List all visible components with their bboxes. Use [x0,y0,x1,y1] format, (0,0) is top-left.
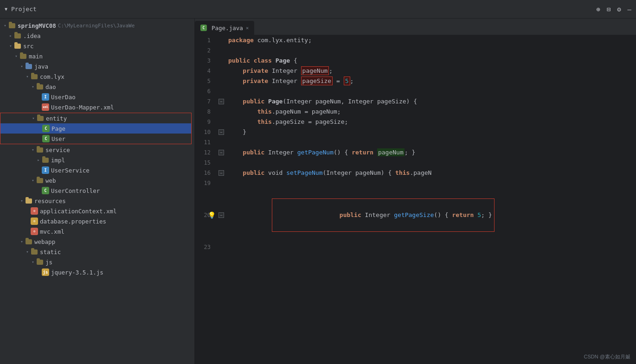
sidebar-label: Page [51,125,65,132]
layout-icon[interactable]: ⊟ [607,6,610,13]
file-badge-icon: ⚙ [31,207,38,215]
sidebar-item-userservice[interactable]: I UserService [0,165,194,175]
code-area: 1 package com.lyx.entity; 2 3 public cla… [195,35,636,252]
sidebar-item-js[interactable]: js [0,257,194,267]
fold-button[interactable]: − [218,212,224,218]
line-number: 15 [195,158,216,168]
sidebar-item-webapp[interactable]: webapp [0,236,194,247]
tab-bar: C Page.java × [195,19,636,35]
sidebar-item-entity[interactable]: entity [0,113,191,123]
sidebar-label: resources [34,198,66,204]
settings-icon[interactable]: ⚙ [617,6,621,13]
arrow-icon [19,238,25,245]
line-content: public Integer getPageNum() { return pag… [226,147,636,158]
file-badge-icon: js [42,268,49,276]
arrow-icon [13,53,19,59]
folder-icon [19,52,27,60]
main-area: springMVC08 C:\MyLearningFiles\JavaWe .i… [0,19,636,364]
tab-close-icon[interactable]: × [246,25,249,31]
line-content: public class Page { [226,56,636,66]
arrow-icon [7,32,14,39]
code-line-6: 6 [195,86,636,96]
arrow-icon [35,157,42,163]
folder-icon [36,258,44,266]
editor-content[interactable]: 1 package com.lyx.entity; 2 3 public cla… [195,35,636,364]
sidebar-item-resources[interactable]: resources [0,196,194,206]
code-line-2: 2 [195,45,636,56]
code-line-9: 9 this.pageSize = pageSize; [195,117,636,127]
sidebar-item-service[interactable]: service [0,145,194,155]
code-line-19: 19 [195,178,636,188]
sidebar-item-idea[interactable]: .idea [0,31,194,41]
project-icon [8,22,16,29]
minimize-icon[interactable]: — [628,6,631,13]
file-badge-icon: C [42,135,50,142]
sidebar-item-springmvc08[interactable]: springMVC08 C:\MyLearningFiles\JavaWe [0,20,194,31]
sidebar-item-static[interactable]: static [0,247,194,257]
sidebar-item-impl[interactable]: impl [0,155,194,165]
line-gutter: − [216,99,226,104]
title-bar-icons: ⊕ ⊟ ⚙ — [596,6,631,13]
bulb-icon[interactable]: 💡 [208,210,216,220]
tab-page-java[interactable]: C Page.java × [195,21,254,35]
line-number: 9 [195,117,216,127]
line-gutter: − [216,150,226,155]
file-badge-icon: I [42,166,49,174]
file-badge-icon: C [42,187,49,194]
sidebar-label: applicationContext.xml [40,208,117,215]
tab-label: Page.java [212,25,243,32]
folder-icon [42,156,49,164]
arrow-icon [19,63,25,70]
sidebar-item-user[interactable]: C User [0,134,191,144]
sidebar-item-page[interactable]: C Page [0,123,191,134]
sidebar-item-java[interactable]: java [0,61,194,71]
title-bar: ▼ Project ⊕ ⊟ ⚙ — [0,0,636,19]
line-content: package com.lyx.entity; [226,35,636,45]
sidebar-item-main[interactable]: main [0,51,194,61]
sidebar-label: com.lyx [40,73,64,80]
folder-icon [14,32,21,39]
sidebar-label: static [40,249,61,255]
file-badge-icon: xml [42,103,49,111]
arrow-icon [24,73,31,80]
sidebar-item-appcontext[interactable]: ⚙ applicationContext.xml [0,206,194,216]
fold-button[interactable]: − [218,170,224,176]
file-badge-icon: ⚙ [31,228,38,235]
code-line-15: 15 [195,158,636,168]
add-icon[interactable]: ⊕ [596,6,600,13]
red-box-section: entity C Page C User [0,113,192,144]
sidebar-item-src[interactable]: src [0,41,194,51]
sidebar-item-dao[interactable]: dao [0,82,194,92]
sidebar-item-userdao-mapper[interactable]: xml UserDao-Mapper.xml [0,102,194,112]
sidebar-label: dao [45,83,56,90]
sidebar-label: impl [51,157,65,164]
sidebar-item-usercontroller[interactable]: C UserController [0,185,194,196]
fold-button[interactable]: − [218,99,224,104]
sidebar-label: springMVC08 [18,22,56,29]
sidebar-item-comlyx[interactable]: com.lyx [0,71,194,82]
sidebar-label: .idea [23,32,41,39]
arrow-icon [2,22,8,29]
sidebar-item-mvc[interactable]: ⚙ mvc.xml [0,226,194,236]
sidebar-label: js [45,259,52,266]
line-number: 4 [195,66,216,76]
file-badge-icon: ⚙ [31,217,38,225]
sidebar-item-userdao[interactable]: I UserDao [0,92,194,102]
code-line-20: 20 − 💡 public Integer getPageSize() { re… [195,188,636,242]
fold-button[interactable]: − [218,150,224,155]
sidebar-item-jquery[interactable]: js jquery-3.5.1.js [0,267,194,277]
code-line-11: 11 [195,137,636,147]
sidebar-item-database[interactable]: ⚙ database.properties [0,216,194,226]
sidebar-item-web[interactable]: web [0,175,194,185]
code-line-4: 4 private Integer pageNum; [195,66,636,76]
fold-button[interactable]: − [218,129,224,135]
code-line-16: 16 − public void setPageNum(Integer page… [195,168,636,178]
line-content: this.pageNum = pageNum; [226,107,636,117]
arrow-icon [30,115,37,121]
sidebar-label: UserDao-Mapper.xml [51,104,114,111]
line-number: 3 [195,56,216,66]
line-number: 23 [195,242,216,252]
line-content: private Integer pageNum; [226,66,636,76]
line-gutter: − [216,129,226,135]
sidebar-label: service [45,147,70,153]
